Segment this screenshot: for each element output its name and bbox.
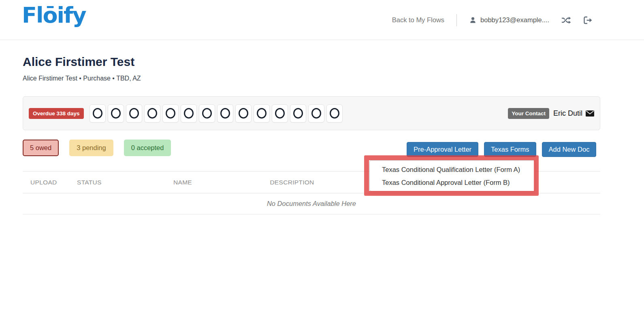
milestone-button[interactable]: [199, 104, 215, 123]
milestone-circle-icon: [257, 108, 267, 119]
user-email: bobby123@example....: [480, 16, 549, 24]
milestone-button[interactable]: [181, 104, 197, 123]
milestone-circle-icon: [239, 108, 248, 119]
back-to-my-flows-link[interactable]: Back to My Flows: [392, 16, 444, 24]
milestone-button[interactable]: [272, 104, 288, 123]
milestone-button[interactable]: [290, 104, 306, 123]
nav-divider: [456, 14, 457, 26]
milestone-circle-icon: [93, 108, 102, 119]
milestone-circle-icon: [184, 108, 194, 119]
milestone-button[interactable]: [90, 104, 106, 123]
dropdown-item-form-a[interactable]: Texas Conditional Qualification Letter (…: [370, 163, 535, 176]
texas-forms-button[interactable]: Texas Forms: [484, 142, 536, 157]
column-header-description: DESCRIPTION: [231, 179, 353, 186]
page-title: Alice Firstimer Test: [23, 55, 134, 69]
milestone-button[interactable]: [326, 104, 343, 123]
header-nav: Back to My Flows bobby123@example....: [392, 0, 592, 40]
milestone-circle-icon: [111, 108, 121, 119]
milestone-circle-icon: [311, 108, 321, 119]
milestone-button[interactable]: [144, 104, 160, 123]
milestone-button[interactable]: [162, 104, 179, 123]
pending-filter-badge[interactable]: 3 pending: [69, 140, 113, 156]
column-header-upload: UPLOAD: [23, 179, 69, 186]
user-icon: [469, 16, 477, 24]
status-filter-row: 5 owed 3 pending 0 accepted: [23, 140, 171, 156]
milestone-button[interactable]: [217, 104, 233, 123]
milestone-row: [90, 104, 343, 123]
milestone-button[interactable]: [254, 104, 270, 123]
milestone-circle-icon: [147, 108, 157, 119]
dropdown-item-form-b[interactable]: Texas Conditional Approval Letter (Form …: [370, 176, 535, 189]
shuffle-icon[interactable]: [561, 16, 571, 24]
milestone-circle-icon: [202, 108, 212, 119]
milestone-button[interactable]: [126, 104, 142, 123]
app-header: Flōify Back to My Flows bobby123@example…: [0, 0, 644, 40]
add-new-doc-button[interactable]: Add New Doc: [542, 142, 597, 157]
owed-filter-badge[interactable]: 5 owed: [23, 140, 59, 156]
accepted-filter-badge[interactable]: 0 accepted: [124, 140, 171, 156]
milestone-circle-icon: [129, 108, 139, 119]
milestone-circle-icon: [293, 108, 303, 119]
envelope-icon[interactable]: [586, 110, 594, 117]
milestone-button[interactable]: [235, 104, 252, 123]
floify-logo: Flōify: [22, 2, 86, 28]
contact-name: Eric Dutil: [553, 109, 582, 118]
milestone-circle-icon: [275, 108, 285, 119]
column-header-status: STATUS: [69, 179, 134, 186]
milestone-panel: Overdue 338 days: [23, 96, 600, 130]
your-contact-badge: Your Contact: [508, 108, 549, 119]
milestone-circle-icon: [330, 108, 339, 119]
milestone-button[interactable]: [108, 104, 124, 123]
actions-row: Pre-Approval Letter Texas Forms Add New …: [407, 142, 596, 157]
empty-table-message: No Documents Available Here: [23, 193, 600, 214]
overdue-badge: Overdue 338 days: [29, 108, 84, 119]
milestone-circle-icon: [166, 108, 175, 119]
milestone-circle-icon: [220, 108, 230, 119]
user-menu[interactable]: bobby123@example....: [469, 16, 549, 24]
texas-forms-dropdown: Texas Conditional Qualification Letter (…: [369, 160, 535, 191]
milestone-button[interactable]: [308, 104, 324, 123]
page-subtitle: Alice Firstimer Test • Purchase • TBD, A…: [23, 75, 141, 82]
column-header-name: NAME: [134, 179, 231, 186]
sign-out-icon[interactable]: [583, 16, 592, 24]
pre-approval-letter-button[interactable]: Pre-Approval Letter: [407, 142, 478, 157]
